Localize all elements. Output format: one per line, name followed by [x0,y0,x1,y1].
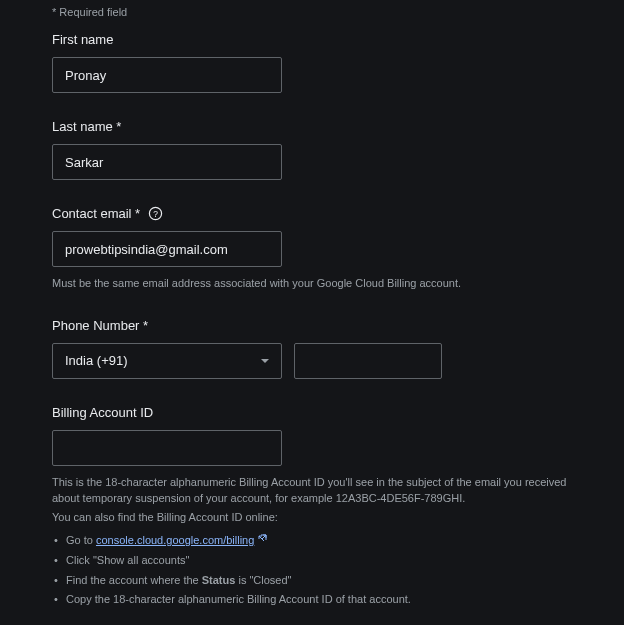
billing-label: Billing Account ID [52,405,572,420]
list-item: Click "Show all accounts" [52,551,572,571]
phone-label: Phone Number * [52,318,572,333]
phone-country-select[interactable]: India (+91) [52,343,282,379]
external-link-icon [257,531,267,541]
last-name-field: Last name * [52,119,572,180]
billing-console-link[interactable]: console.cloud.google.com/billing [96,534,254,546]
billing-field: Billing Account ID This is the 18-charac… [52,405,572,611]
email-helper: Must be the same email address associate… [52,275,572,292]
help-icon[interactable]: ? [148,206,163,221]
billing-helper-1: This is the 18-character alphanumeric Bi… [52,474,572,507]
last-name-label: Last name * [52,119,572,134]
email-field: Contact email * ? Must be the same email… [52,206,572,292]
last-name-input[interactable] [52,144,282,180]
billing-input[interactable] [52,430,282,466]
list-item: Copy the 18-character alphanumeric Billi… [52,590,572,610]
billing-helper-2: You can also find the Billing Account ID… [52,509,572,526]
email-label: Contact email * [52,206,140,221]
first-name-input[interactable] [52,57,282,93]
required-field-note: * Required field [52,6,572,18]
phone-country-value: India (+91) [65,353,128,368]
list-item: Find the account where the Status is "Cl… [52,571,572,591]
billing-steps-list: Go to console.cloud.google.com/billing C… [52,531,572,610]
svg-text:?: ? [153,209,158,219]
chevron-down-icon [261,359,269,363]
email-input[interactable] [52,231,282,267]
first-name-field: First name [52,32,572,93]
phone-field: Phone Number * India (+91) [52,318,572,379]
email-label-row: Contact email * ? [52,206,572,221]
first-name-label: First name [52,32,572,47]
phone-number-input[interactable] [294,343,442,379]
list-item: Go to console.cloud.google.com/billing [52,531,572,551]
